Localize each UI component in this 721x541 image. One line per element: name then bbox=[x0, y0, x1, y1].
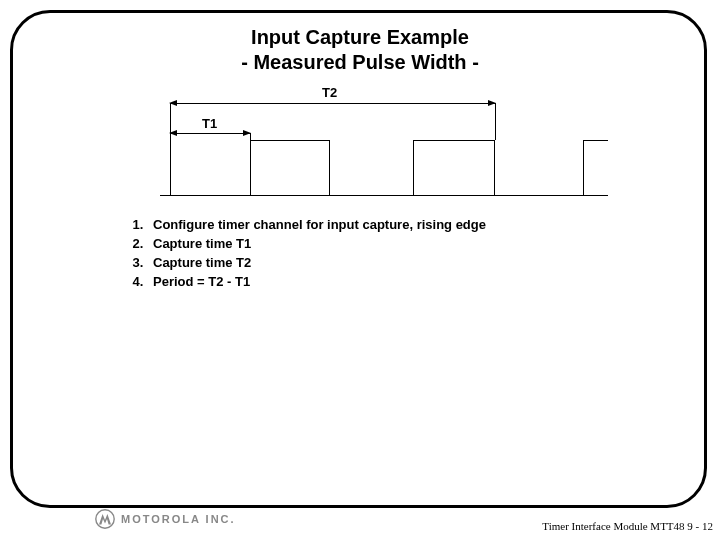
list-item: Capture time T2 bbox=[147, 253, 690, 272]
motorola-icon bbox=[95, 509, 115, 529]
riser-line bbox=[170, 103, 171, 195]
t1-arrow bbox=[170, 133, 250, 134]
t2-arrow bbox=[170, 103, 495, 104]
waveform-pulse bbox=[583, 140, 608, 195]
title-line-1: Input Capture Example bbox=[251, 26, 469, 48]
list-item: Capture time T1 bbox=[147, 234, 690, 253]
riser-line bbox=[495, 103, 496, 140]
waveform-baseline bbox=[160, 195, 608, 196]
waveform-pulse bbox=[413, 140, 495, 195]
list-item: Period = T2 - T1 bbox=[147, 272, 690, 291]
t2-label: T2 bbox=[322, 85, 337, 100]
waveform-pulse bbox=[250, 140, 330, 195]
t1-label: T1 bbox=[202, 116, 217, 131]
slide-title: Input Capture Example - Measured Pulse W… bbox=[30, 25, 690, 75]
brand-logo: MOTOROLA INC. bbox=[95, 509, 236, 529]
list-item: Configure timer channel for input captur… bbox=[147, 215, 690, 234]
timing-diagram: T2 T1 bbox=[170, 85, 620, 200]
page-footer-label: Timer Interface Module MTT48 9 - 12 bbox=[542, 520, 713, 532]
brand-text: MOTOROLA INC. bbox=[121, 513, 236, 525]
steps-list: Configure timer channel for input captur… bbox=[125, 215, 690, 291]
title-line-2: - Measured Pulse Width - bbox=[241, 51, 479, 73]
riser-line bbox=[250, 133, 251, 140]
svg-point-0 bbox=[96, 510, 114, 528]
slide-content: Input Capture Example - Measured Pulse W… bbox=[30, 25, 690, 291]
